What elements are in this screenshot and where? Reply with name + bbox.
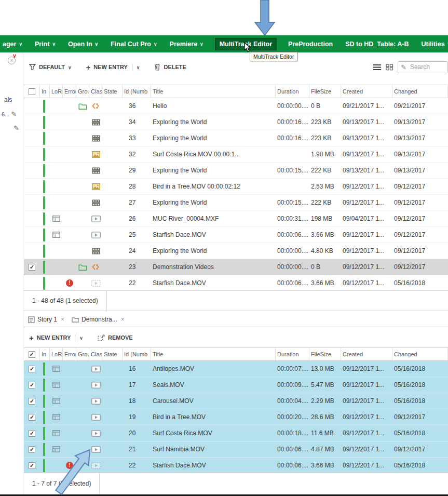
menu-item-sd-to-hd-table-a-b[interactable]: SD to HD_Table: A-B bbox=[344, 38, 410, 50]
column-header-filesize[interactable]: FileSize bbox=[309, 85, 341, 98]
filesize-cell: 13.0 MB bbox=[309, 361, 341, 377]
column-header-title[interactable]: Title bbox=[151, 348, 276, 360]
duration-cell: 00:00:06.... bbox=[276, 458, 309, 473]
created-cell: 09/12/2017 1... bbox=[341, 243, 392, 259]
column-header-group[interactable]: Grou bbox=[76, 85, 89, 98]
table-row[interactable]: 17 Seals.MOV 00:00:09.... 5.47 MB 09/12/… bbox=[24, 377, 448, 393]
id-cell: 34 bbox=[123, 114, 151, 130]
close-icon[interactable] bbox=[120, 316, 125, 323]
state-cell bbox=[102, 259, 123, 275]
menu-item-utilities[interactable]: Utilities bbox=[420, 38, 448, 50]
created-cell: 09/13/2017 1... bbox=[341, 114, 392, 130]
duration-cell: 00:00:07.... bbox=[276, 361, 309, 377]
row-checkbox[interactable] bbox=[29, 414, 35, 421]
table-row[interactable]: 36 Hello 00:00:00.... 0 B 09/21/2017 1..… bbox=[24, 98, 448, 114]
table-row[interactable]: 34 Exploring the World 00:00:16.... 223 … bbox=[24, 114, 448, 130]
column-header-error[interactable]: Error bbox=[63, 85, 76, 98]
column-header-duration[interactable]: Duration bbox=[276, 85, 309, 98]
row-checkbox[interactable] bbox=[29, 264, 35, 271]
search-box[interactable] bbox=[398, 61, 448, 73]
remove-button[interactable]: REMOVE bbox=[98, 334, 133, 341]
tab-story-1[interactable]: Story 1 bbox=[28, 316, 64, 323]
new-entry-button[interactable]: NEW ENTRY bbox=[29, 334, 83, 342]
close-icon[interactable] bbox=[60, 316, 64, 323]
table-row[interactable]: 24 Exploring the World 00:00:00.... 4.80… bbox=[24, 243, 448, 259]
row-checkbox[interactable] bbox=[29, 430, 35, 437]
menu-item-print[interactable]: Print bbox=[34, 38, 57, 50]
column-header-group[interactable]: Grou bbox=[76, 348, 89, 360]
row-checkbox[interactable] bbox=[29, 366, 35, 372]
filmstrip-icon bbox=[92, 167, 100, 174]
select-all-checkbox[interactable] bbox=[29, 88, 35, 95]
column-header-duration[interactable]: Duration bbox=[276, 348, 309, 360]
search-input[interactable] bbox=[409, 63, 443, 71]
column-header-lores[interactable]: LoRe bbox=[50, 348, 63, 360]
changed-cell: 05/16/2018 bbox=[392, 425, 448, 441]
table-row[interactable]: 28 Bird in a Tree.MOV 00:00:02:12 2.53 M… bbox=[24, 179, 448, 195]
trash-icon bbox=[154, 63, 160, 71]
menu-item-ager[interactable]: ager bbox=[2, 38, 23, 50]
lowres-proxy-icon bbox=[52, 430, 60, 436]
state-cell bbox=[102, 227, 123, 243]
filmstrip-icon bbox=[92, 199, 100, 206]
ingest-state-bar bbox=[43, 411, 45, 424]
menu-item-preproduction[interactable]: PreProduction bbox=[287, 38, 334, 50]
row-checkbox[interactable] bbox=[29, 462, 35, 469]
column-header-filesize[interactable]: FileSize bbox=[309, 348, 341, 360]
sidebar-item-truncated[interactable]: 6... bbox=[0, 111, 23, 117]
column-header-changed[interactable]: Changed bbox=[392, 348, 448, 360]
chevron-down-icon[interactable] bbox=[79, 335, 83, 341]
changed-cell: 09/12/2017 bbox=[392, 409, 448, 425]
column-header-state[interactable]: State bbox=[102, 348, 123, 360]
column-header-created[interactable]: Created bbox=[341, 85, 392, 98]
menu-item-open-in[interactable]: Open In bbox=[67, 38, 99, 50]
column-header-id[interactable]: Id (Numb bbox=[123, 348, 151, 360]
table-row[interactable]: 19 Bird in a Tree.MOV 00:00:20.... 28.6 … bbox=[24, 409, 448, 425]
table-row[interactable]: 23 Demonstration Videos 00:00:00.... 0 B… bbox=[24, 259, 448, 275]
grid-view-icon[interactable] bbox=[386, 64, 393, 71]
duration-cell: 00:00:31.... bbox=[276, 211, 309, 226]
table-row[interactable]: 29 Exploring the World 00:00:15.... 222 … bbox=[24, 163, 448, 179]
tab-demonstration[interactable]: Demonstra... bbox=[72, 316, 125, 323]
changed-cell: 09/13/2017 bbox=[392, 163, 448, 178]
menu-item-final-cut-pro[interactable]: Final Cut Pro bbox=[110, 38, 158, 50]
column-header-class[interactable]: Clas bbox=[89, 85, 102, 98]
table-row[interactable]: 32 Surf Costa Rica.MOV 00:00:1... 1.98 M… bbox=[24, 146, 448, 163]
new-entry-button[interactable]: NEW ENTRY bbox=[86, 63, 140, 71]
default-filter-button[interactable]: DEFAULT bbox=[29, 64, 72, 70]
table-row[interactable]: 18 Carousel.MOV 00:00:04.... 2.29 MB 09/… bbox=[24, 393, 448, 409]
select-all-checkbox[interactable] bbox=[29, 351, 35, 358]
row-checkbox[interactable] bbox=[29, 398, 35, 405]
filmstrip-icon bbox=[92, 135, 100, 142]
table-row[interactable]: 16 Antilopes.MOV 00:00:07.... 13.0 MB 09… bbox=[24, 361, 448, 377]
table-row[interactable]: 22 Starfish Dace.MOV 00:00:06.... 3.66 M… bbox=[24, 275, 448, 291]
sidebar-item-truncated[interactable]: als bbox=[0, 96, 23, 103]
edit-pencil-icon[interactable] bbox=[11, 111, 17, 117]
chevron-down-icon[interactable] bbox=[137, 64, 140, 70]
column-header-id[interactable]: Id (Numb bbox=[123, 85, 151, 98]
column-header-error[interactable]: Error bbox=[63, 348, 76, 360]
sidebar-item-truncated[interactable] bbox=[0, 125, 23, 131]
column-header-state[interactable]: State bbox=[102, 85, 123, 98]
column-header-in[interactable]: In bbox=[40, 348, 50, 360]
column-header-changed[interactable]: Changed bbox=[392, 85, 448, 98]
id-cell: 21 bbox=[123, 441, 151, 457]
column-header-in[interactable]: In bbox=[40, 85, 50, 98]
column-header-created[interactable]: Created bbox=[341, 348, 392, 360]
list-view-icon[interactable] bbox=[373, 64, 382, 71]
menu-item-premiere[interactable]: Premiere bbox=[169, 38, 205, 50]
row-checkbox[interactable] bbox=[29, 446, 35, 453]
row-checkbox[interactable] bbox=[29, 382, 35, 388]
edit-pencil-icon[interactable] bbox=[13, 125, 19, 131]
column-header-title[interactable]: Title bbox=[151, 85, 276, 98]
table-row[interactable]: 20 Surf Costa Rica.MOV 00:00:18.... 11.6… bbox=[24, 425, 448, 441]
table-row[interactable]: 27 Exploring the World 00:00:15.... 222 … bbox=[24, 195, 448, 211]
id-cell: 26 bbox=[123, 211, 151, 226]
created-cell: 09/12/2017 1... bbox=[341, 377, 392, 393]
column-header-class[interactable]: Clas bbox=[89, 348, 102, 360]
table-row[interactable]: 25 Starfish Dace.MOV 00:00:06.... 3.66 M… bbox=[24, 227, 448, 243]
delete-button[interactable]: DELETE bbox=[154, 63, 186, 71]
table-row[interactable]: 26 MUC River_00004.MXF 00:00:31.... 198 … bbox=[24, 211, 448, 227]
column-header-lores[interactable]: LoRe bbox=[50, 85, 63, 98]
table-row[interactable]: 33 Exploring the World 00:00:16.... 223 … bbox=[24, 130, 448, 146]
